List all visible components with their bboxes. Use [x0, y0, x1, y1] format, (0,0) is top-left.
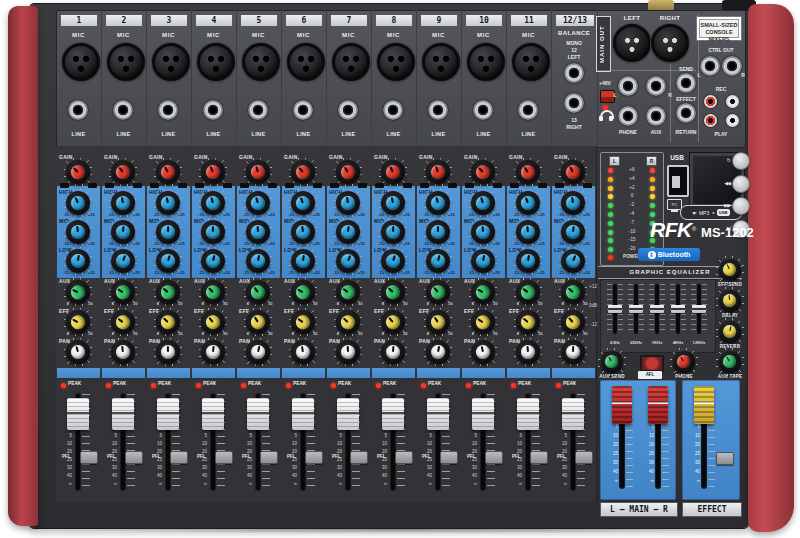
ch5-aux-knob[interactable]: [246, 280, 270, 304]
ch2-aux-knob[interactable]: [111, 280, 135, 304]
ch11-high-knob[interactable]: [516, 191, 540, 215]
ch6-aux-knob[interactable]: [291, 280, 315, 304]
ch11-gain-knob[interactable]: [516, 160, 540, 184]
channel-fader[interactable]: [292, 398, 314, 430]
main-fader-right[interactable]: [648, 386, 668, 424]
pfl-button[interactable]: [440, 451, 458, 464]
ch6-mid-knob[interactable]: [291, 220, 315, 244]
eq-slider-63Hz[interactable]: [608, 305, 622, 313]
ch2-pan-knob[interactable]: [111, 340, 135, 364]
ch9-high-knob[interactable]: [426, 191, 450, 215]
ch12/13-high-knob[interactable]: [561, 191, 585, 215]
ch2-high-knob[interactable]: [111, 191, 135, 215]
ch4-mid-knob[interactable]: [201, 220, 225, 244]
ch11-low-knob[interactable]: [516, 249, 540, 273]
channel-fader[interactable]: [67, 398, 89, 430]
ch5-eff-knob[interactable]: [246, 310, 270, 334]
ch10-high-knob[interactable]: [471, 191, 495, 215]
ch2-eff-knob[interactable]: [111, 310, 135, 334]
ch6-high-knob[interactable]: [291, 191, 315, 215]
ch4-aux-knob[interactable]: [201, 280, 225, 304]
ch7-eff-knob[interactable]: [336, 310, 360, 334]
ch2-low-knob[interactable]: [111, 249, 135, 273]
ch3-low-knob[interactable]: [156, 249, 180, 273]
ch9-mid-knob[interactable]: [426, 220, 450, 244]
pfl-button[interactable]: [485, 451, 503, 464]
ch11-pan-knob[interactable]: [516, 340, 540, 364]
ch10-aux-knob[interactable]: [471, 280, 495, 304]
pfl-button[interactable]: [350, 451, 368, 464]
ch7-gain-knob[interactable]: [336, 160, 360, 184]
effect-fader[interactable]: [694, 386, 714, 424]
ch1-low-knob[interactable]: [66, 249, 90, 273]
ch7-low-knob[interactable]: [336, 249, 360, 273]
ch7-pan-knob[interactable]: [336, 340, 360, 364]
main-fader-left[interactable]: [612, 386, 632, 424]
reverb-knob[interactable]: [719, 321, 741, 343]
channel-fader[interactable]: [247, 398, 269, 430]
ch5-low-knob[interactable]: [246, 249, 270, 273]
pfl-button[interactable]: [575, 451, 593, 464]
ch1-aux-knob[interactable]: [66, 280, 90, 304]
next-button[interactable]: [732, 197, 750, 215]
ch7-mid-knob[interactable]: [336, 220, 360, 244]
ch1-eff-knob[interactable]: [66, 310, 90, 334]
delay-knob[interactable]: [719, 290, 741, 312]
pfl-button[interactable]: [215, 451, 233, 464]
channel-fader[interactable]: [202, 398, 224, 430]
previous-button[interactable]: [732, 175, 750, 193]
ch10-eff-knob[interactable]: [471, 310, 495, 334]
repeat-button[interactable]: [732, 152, 750, 170]
ch9-pan-knob[interactable]: [426, 340, 450, 364]
pfl-button[interactable]: [80, 451, 98, 464]
pfl-button[interactable]: [170, 451, 188, 464]
channel-fader[interactable]: [562, 398, 584, 430]
eq-slider-12KHz[interactable]: [692, 305, 706, 313]
ch11-aux-knob[interactable]: [516, 280, 540, 304]
channel-fader[interactable]: [472, 398, 494, 430]
ch5-high-knob[interactable]: [246, 191, 270, 215]
ch8-low-knob[interactable]: [381, 249, 405, 273]
ch11-eff-knob[interactable]: [516, 310, 540, 334]
ch8-pan-knob[interactable]: [381, 340, 405, 364]
channel-fader[interactable]: [157, 398, 179, 430]
ch3-high-knob[interactable]: [156, 191, 180, 215]
ch4-low-knob[interactable]: [201, 249, 225, 273]
ch4-pan-knob[interactable]: [201, 340, 225, 364]
ch1-gain-knob[interactable]: [66, 160, 90, 184]
phone-knob[interactable]: [673, 351, 695, 373]
eq-slider-1KHz[interactable]: [650, 305, 664, 313]
ch12/13-gain-knob[interactable]: [561, 160, 585, 184]
ch4-eff-knob[interactable]: [201, 310, 225, 334]
ch4-high-knob[interactable]: [201, 191, 225, 215]
eff-send-knob[interactable]: [719, 259, 741, 281]
ch10-low-knob[interactable]: [471, 249, 495, 273]
channel-fader[interactable]: [517, 398, 539, 430]
ch9-gain-knob[interactable]: [426, 160, 450, 184]
pfl-button[interactable]: [395, 451, 413, 464]
ch3-mid-knob[interactable]: [156, 220, 180, 244]
ch7-aux-knob[interactable]: [336, 280, 360, 304]
ch10-gain-knob[interactable]: [471, 160, 495, 184]
ch6-gain-knob[interactable]: [291, 160, 315, 184]
channel-fader[interactable]: [382, 398, 404, 430]
ch8-eff-knob[interactable]: [381, 310, 405, 334]
ch9-aux-knob[interactable]: [426, 280, 450, 304]
ch3-gain-knob[interactable]: [156, 160, 180, 184]
ch1-high-knob[interactable]: [66, 191, 90, 215]
aux-tape-knob[interactable]: [719, 351, 741, 373]
pfl-button[interactable]: [125, 451, 143, 464]
pfl-button[interactable]: [260, 451, 278, 464]
ch6-pan-knob[interactable]: [291, 340, 315, 364]
pfl-button[interactable]: [716, 452, 734, 465]
ch5-pan-knob[interactable]: [246, 340, 270, 364]
ch1-pan-knob[interactable]: [66, 340, 90, 364]
ch9-low-knob[interactable]: [426, 249, 450, 273]
ch8-high-knob[interactable]: [381, 191, 405, 215]
ch9-eff-knob[interactable]: [426, 310, 450, 334]
ch12/13-low-knob[interactable]: [561, 249, 585, 273]
ch8-aux-knob[interactable]: [381, 280, 405, 304]
ch6-eff-knob[interactable]: [291, 310, 315, 334]
ch12/13-mid-knob[interactable]: [561, 220, 585, 244]
ch6-low-knob[interactable]: [291, 249, 315, 273]
